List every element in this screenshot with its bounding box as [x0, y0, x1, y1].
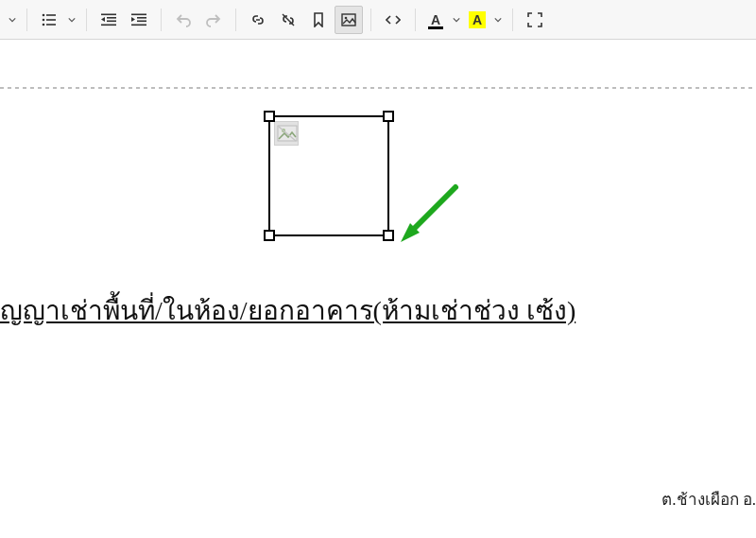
separator: [512, 9, 513, 31]
svg-rect-12: [137, 20, 146, 22]
indent-increase-button[interactable]: [125, 6, 153, 34]
svg-rect-1: [46, 14, 56, 16]
bg-color-caret[interactable]: [491, 6, 505, 34]
svg-rect-11: [137, 17, 146, 19]
svg-rect-3: [46, 19, 56, 21]
image-button[interactable]: [335, 6, 363, 34]
selected-image-placeholder[interactable]: [268, 115, 389, 236]
undo-button[interactable]: [169, 6, 198, 34]
svg-rect-13: [131, 24, 146, 26]
unlink-button[interactable]: [274, 6, 302, 34]
document-footer-text[interactable]: ต.ช้างเผือก อ.: [662, 486, 756, 512]
svg-line-20: [410, 187, 455, 233]
font-color-letter: A: [431, 12, 440, 27]
svg-rect-6: [101, 13, 116, 15]
separator: [370, 9, 371, 31]
dropdown-caret[interactable]: [6, 6, 19, 34]
svg-point-4: [43, 23, 45, 26]
separator: [235, 9, 236, 31]
resize-handle-bottom-left[interactable]: [264, 230, 275, 241]
resize-handle-bottom-right[interactable]: [383, 230, 394, 241]
code-button[interactable]: [379, 6, 407, 34]
editor-surface[interactable]: ัญญาเช่าพื้นที่/ในห้อง/ยอกอาคาร(ห้ามเช่า…: [0, 89, 756, 538]
svg-rect-5: [46, 24, 56, 26]
separator: [26, 9, 27, 31]
broken-image-icon: [274, 121, 299, 146]
svg-rect-10: [131, 13, 146, 15]
indent-decrease-button[interactable]: [94, 6, 123, 34]
bg-color-letter: A: [472, 12, 482, 27]
svg-point-16: [345, 16, 348, 19]
svg-point-2: [43, 18, 45, 21]
redo-button[interactable]: [199, 6, 228, 34]
annotation-arrow-icon: [397, 180, 463, 246]
list-bullet-button[interactable]: [35, 6, 63, 34]
svg-rect-9: [101, 24, 116, 26]
resize-handle-top-left[interactable]: [264, 111, 275, 122]
resize-handle-top-right[interactable]: [383, 111, 394, 122]
font-color-caret[interactable]: [450, 6, 463, 34]
bg-color-button[interactable]: A: [465, 6, 490, 34]
separator: [86, 9, 87, 31]
font-color-button[interactable]: A: [423, 6, 448, 34]
editor-toolbar: A A: [0, 0, 756, 40]
font-color-swatch: [428, 26, 443, 29]
separator: [415, 9, 416, 31]
list-bullet-caret[interactable]: [65, 6, 78, 34]
svg-rect-7: [107, 17, 116, 19]
document-heading[interactable]: ัญญาเช่าพื้นที่/ในห้อง/ยอกอาคาร(ห้ามเช่า…: [0, 289, 576, 331]
separator: [161, 9, 162, 31]
svg-marker-21: [401, 223, 420, 242]
link-button[interactable]: [244, 6, 272, 34]
svg-point-0: [43, 13, 45, 16]
bookmark-button[interactable]: [304, 6, 333, 34]
fullscreen-button[interactable]: [521, 6, 549, 34]
svg-rect-8: [107, 20, 116, 22]
